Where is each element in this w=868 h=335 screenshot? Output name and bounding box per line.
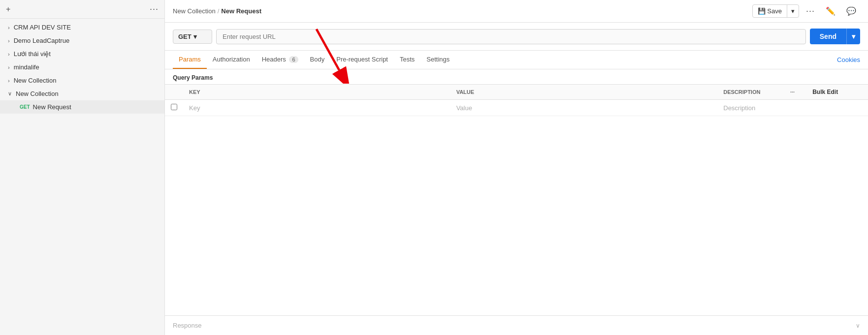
value-col-header: VALUE [450, 85, 718, 100]
row-checkbox-input[interactable] [171, 104, 177, 110]
key-col-header: KEY [183, 85, 450, 100]
add-icon[interactable]: + [6, 5, 10, 14]
breadcrumb: New Collection / New Request [173, 7, 748, 15]
comment-icon-button[interactable]: 💬 [842, 4, 860, 18]
headers-badge: 6 [289, 56, 298, 63]
sidebar-item-new-collection-2[interactable]: ∨ New Collection [0, 87, 164, 100]
tab-tests-label: Tests [400, 56, 415, 63]
tab-pre-request-label: Pre-request Script [336, 56, 388, 63]
sidebar-item-label: mindalife [14, 63, 157, 71]
tab-authorization-label: Authorization [213, 56, 250, 63]
chevron-right-icon: › [8, 38, 10, 44]
topbar: New Collection / New Request 💾 Save ▾ ··… [165, 0, 868, 23]
send-dropdown-arrow[interactable]: ▾ [847, 29, 860, 44]
desc-col-header: DESCRIPTION [717, 85, 784, 100]
sidebar-item-label: Demo LeadCaptrue [14, 37, 157, 44]
edit-icon-button[interactable]: ✏️ [822, 4, 839, 18]
row-desc-cell[interactable]: Description [717, 100, 784, 116]
row-key-placeholder: Key [189, 104, 200, 112]
save-main-label[interactable]: 💾 Save [753, 5, 787, 17]
tab-params-label: Params [179, 56, 201, 63]
sidebar-item-mindalife[interactable]: › mindalife [0, 61, 164, 74]
tab-settings[interactable]: Settings [420, 51, 455, 69]
send-main-label[interactable]: Send [810, 29, 847, 44]
tab-settings-label: Settings [426, 56, 450, 63]
sidebar-item-label: Lưới thái việt [14, 50, 157, 58]
row-bulk-cell [801, 100, 868, 116]
save-button[interactable]: 💾 Save ▾ [752, 4, 799, 18]
tab-params[interactable]: Params [173, 51, 207, 69]
main-area: New Collection / New Request 💾 Save ▾ ··… [165, 0, 868, 335]
query-params-label: Query Params [165, 69, 868, 84]
cookies-link[interactable]: Cookies [837, 51, 860, 68]
sidebar-item-new-collection-1[interactable]: › New Collection [0, 74, 164, 87]
sidebar-item-luoi-thai[interactable]: › Lưới thái việt [0, 47, 164, 61]
params-table: KEY VALUE DESCRIPTION ··· Bulk Edit [165, 84, 868, 116]
tabs-right-area: Cookies [837, 56, 860, 63]
tab-body-label: Body [310, 56, 325, 63]
method-dropdown[interactable]: GET ▾ [173, 30, 212, 44]
method-badge: GET [20, 104, 30, 110]
sidebar-item-demo-lead[interactable]: › Demo LeadCaptrue [0, 34, 164, 47]
sidebar-more-icon[interactable]: ··· [150, 4, 159, 14]
sidebar-item-label: New Collection [16, 90, 157, 97]
sidebar-item-label: CRM API DEV SITE [14, 24, 157, 31]
row-more-cell [784, 100, 801, 116]
breadcrumb-collection[interactable]: New Collection [173, 7, 216, 15]
row-checkbox[interactable] [165, 100, 183, 116]
tab-headers-label: Headers [262, 56, 286, 63]
row-value-cell[interactable]: Value [450, 100, 718, 116]
main-content: New Collection / New Request 💾 Save ▾ ··… [165, 0, 868, 335]
chevron-right-icon: › [8, 51, 10, 57]
method-label: GET [178, 33, 192, 40]
more-col-header: ··· [784, 85, 801, 100]
row-key-cell[interactable]: Key [183, 100, 450, 116]
tab-authorization[interactable]: Authorization [207, 51, 256, 69]
table-row: Key Value Description [165, 100, 868, 116]
request-tabs: Params Authorization Headers 6 Body Pre-… [165, 51, 868, 69]
sidebar-header: + ··· [0, 0, 164, 19]
sidebar-items: › CRM API DEV SITE › Demo LeadCaptrue › … [0, 19, 164, 335]
save-dropdown-arrow[interactable]: ▾ [787, 5, 799, 17]
method-chevron-icon: ▾ [193, 33, 197, 40]
tab-headers[interactable]: Headers 6 [256, 51, 304, 69]
bulk-edit-button[interactable]: Bulk Edit [806, 85, 844, 99]
checkbox-col-header [165, 85, 183, 100]
response-chevron-icon[interactable]: ∨ [856, 322, 860, 329]
sidebar-item-crm-api[interactable]: › CRM API DEV SITE [0, 21, 164, 34]
response-label: Response [173, 322, 856, 329]
chevron-right-icon: › [8, 78, 10, 84]
response-bar: Response ∨ [165, 315, 868, 335]
sidebar-subitem-new-request[interactable]: GET New Request [0, 100, 164, 114]
url-input[interactable] [216, 29, 806, 44]
request-bar: GET ▾ Send ▾ [165, 23, 868, 51]
table-more-icon[interactable]: ··· [790, 89, 795, 95]
bulk-edit-header: Bulk Edit [801, 85, 868, 100]
send-button[interactable]: Send ▾ [810, 29, 860, 44]
topbar-actions: 💾 Save ▾ ··· ✏️ 💬 [752, 4, 860, 18]
chevron-right-icon: › [8, 25, 10, 30]
chevron-down-icon: ∨ [8, 91, 12, 97]
breadcrumb-separator: / [218, 7, 220, 15]
sidebar-subitem-label: New Request [33, 103, 71, 111]
row-desc-placeholder: Description [723, 104, 755, 112]
chevron-right-icon: › [8, 64, 10, 70]
tab-pre-request[interactable]: Pre-request Script [330, 51, 394, 69]
tab-tests[interactable]: Tests [394, 51, 420, 69]
breadcrumb-request: New Request [221, 7, 261, 15]
params-content: Query Params KEY VALUE DESCRIPTION ··· B… [165, 69, 868, 335]
tab-body[interactable]: Body [304, 51, 331, 69]
sidebar: + ··· › CRM API DEV SITE › Demo LeadCapt… [0, 0, 165, 335]
row-value-placeholder: Value [456, 104, 472, 112]
topbar-more-button[interactable]: ··· [802, 4, 819, 18]
sidebar-item-label: New Collection [14, 77, 157, 84]
